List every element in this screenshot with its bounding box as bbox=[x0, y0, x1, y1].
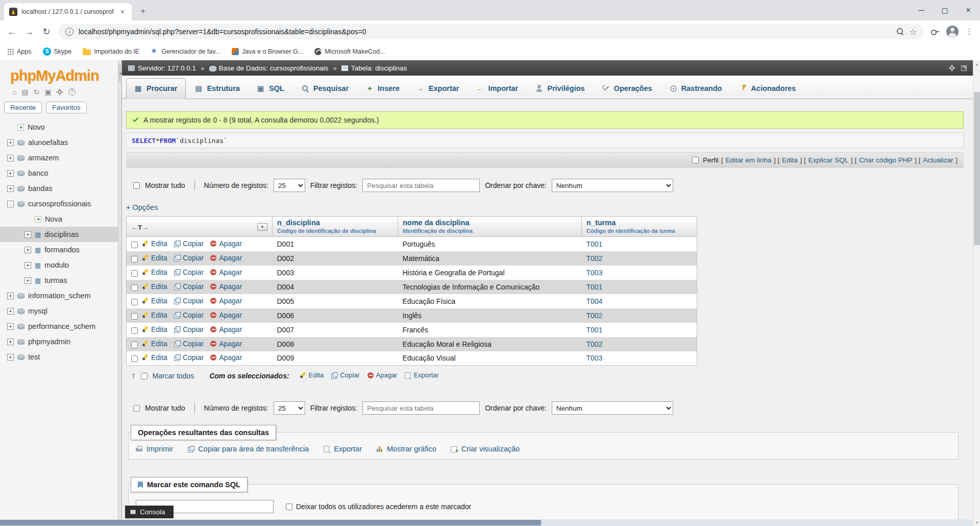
breadcrumb-table[interactable]: Tabela: disciplinas bbox=[341, 64, 407, 72]
row-edit-link[interactable]: Edita bbox=[142, 311, 167, 319]
tree-toggle-icon[interactable]: + bbox=[7, 155, 14, 161]
bookmark-public-checkbox[interactable] bbox=[286, 504, 292, 510]
url-input[interactable]: localhost/phpmyadmin/sql.php?server=1&db… bbox=[58, 24, 924, 39]
tree-toggle-icon[interactable]: + bbox=[7, 185, 14, 192]
pma-logo[interactable]: phpMyAdmin bbox=[0, 60, 118, 86]
row-checkbox[interactable] bbox=[131, 299, 138, 305]
row-copy-link[interactable]: Copiar bbox=[174, 325, 204, 333]
row-delete-link[interactable]: Apagar bbox=[210, 340, 242, 348]
row-checkbox[interactable] bbox=[131, 270, 138, 277]
tab-exportar[interactable]: Exportar bbox=[409, 79, 468, 99]
row-copy-link[interactable]: Copiar bbox=[174, 268, 204, 276]
options-toggle[interactable]: + Opções bbox=[126, 203, 158, 211]
row-checkbox[interactable] bbox=[131, 242, 138, 248]
tree-item-banco[interactable]: +banco bbox=[0, 165, 118, 181]
horizontal-scrollbar[interactable] bbox=[0, 519, 973, 526]
check-all-checkbox[interactable] bbox=[141, 373, 148, 379]
row-checkbox[interactable] bbox=[131, 313, 138, 320]
row-copy-link[interactable]: Copiar bbox=[174, 297, 204, 305]
row-delete-link[interactable]: Apagar bbox=[210, 254, 242, 262]
console-bar[interactable]: Consola bbox=[125, 506, 174, 518]
sort-key-select[interactable]: Nenhum bbox=[552, 179, 673, 192]
reload-icon[interactable] bbox=[41, 26, 52, 37]
profiling-link[interactable]: Explicar SQL bbox=[808, 156, 849, 164]
tab-pesquisar[interactable]: Pesquisar bbox=[293, 79, 357, 99]
page-settings-gear-icon[interactable] bbox=[948, 65, 955, 71]
tree-item-phpmyadmin[interactable]: +phpmyadmin bbox=[0, 334, 118, 349]
breadcrumb-server[interactable]: Servidor: 127.0.0.1 bbox=[128, 64, 196, 72]
row-edit-link[interactable]: Edita bbox=[142, 240, 167, 248]
window-close-button[interactable] bbox=[957, 0, 980, 20]
tree-toggle-icon[interactable]: + bbox=[24, 262, 31, 269]
row-delete-link[interactable]: Apagar bbox=[210, 282, 242, 291]
tree-toggle-icon[interactable]: + bbox=[24, 231, 31, 238]
column-header[interactable]: nome da disciplinaIdentificação de disci… bbox=[398, 217, 582, 237]
collapse-panel-icon[interactable] bbox=[118, 64, 122, 82]
favorites-dropdown[interactable]: Favoritos bbox=[46, 102, 87, 113]
row-edit-link[interactable]: Edita bbox=[142, 268, 167, 276]
tab-estrutura[interactable]: Estrutura bbox=[187, 79, 248, 99]
row-edit-link[interactable]: Edita bbox=[142, 254, 167, 262]
row-checkbox[interactable] bbox=[131, 355, 138, 362]
tab-insere[interactable]: Insere bbox=[358, 79, 408, 99]
tree-item-information_schem[interactable]: +information_schem bbox=[0, 288, 118, 303]
row-copy-link[interactable]: Copiar bbox=[174, 240, 204, 248]
turma-link[interactable]: T002 bbox=[586, 340, 603, 348]
browser-tab[interactable]: localhost / 127.0.0.1 / cursosprof bbox=[4, 3, 132, 20]
sql-window-icon[interactable] bbox=[44, 88, 51, 95]
vertical-scrollbar-thumb[interactable] bbox=[974, 92, 980, 245]
tree-toggle-icon[interactable]: + bbox=[7, 354, 14, 361]
row-delete-link[interactable]: Apagar bbox=[210, 297, 242, 305]
per-page-select[interactable]: 25 bbox=[274, 401, 305, 415]
column-header[interactable]: n_disciplinaCódigo de identificação de d… bbox=[273, 217, 398, 237]
qop-print-link[interactable]: Imprimir bbox=[136, 445, 173, 453]
tab-acionadores[interactable]: Acionadores bbox=[731, 79, 804, 99]
qop-copy-link[interactable]: Copiar para área de transferência bbox=[187, 445, 309, 453]
bulk-copy-link[interactable]: Copiar bbox=[331, 371, 359, 379]
turma-link[interactable]: T002 bbox=[586, 254, 603, 262]
turma-link[interactable]: T002 bbox=[586, 312, 603, 320]
recent-tables-dropdown[interactable]: Recente bbox=[4, 102, 42, 113]
window-maximize-button[interactable] bbox=[933, 0, 957, 20]
sort-key-select[interactable]: Nenhum bbox=[552, 401, 673, 415]
bookmark-star-icon[interactable] bbox=[910, 27, 917, 37]
bookmark-item[interactable]: Microsoft MakeCod... bbox=[314, 48, 385, 55]
tree-item-modulo[interactable]: +▦modulo bbox=[0, 257, 118, 273]
bulk-export-link[interactable]: Exportar bbox=[404, 371, 438, 379]
turma-link[interactable]: T001 bbox=[586, 283, 603, 291]
scroll-down-icon[interactable] bbox=[973, 519, 980, 526]
row-delete-link[interactable]: Apagar bbox=[210, 353, 242, 362]
back-icon[interactable] bbox=[6, 27, 17, 37]
tree-item-novo[interactable]: +Novo bbox=[0, 119, 118, 135]
row-copy-link[interactable]: Copiar bbox=[174, 282, 204, 291]
tab-importar[interactable]: Importar bbox=[468, 79, 526, 99]
tree-item-nova[interactable]: +Nova bbox=[0, 211, 118, 227]
row-copy-link[interactable]: Copiar bbox=[174, 353, 204, 362]
tab-sql[interactable]: SQL bbox=[249, 79, 292, 99]
row-edit-link[interactable]: Edita bbox=[142, 353, 167, 362]
tab-operações[interactable]: Operações bbox=[594, 79, 660, 99]
tree-toggle-icon[interactable]: + bbox=[7, 170, 14, 177]
filter-input[interactable] bbox=[362, 179, 480, 192]
help-icon[interactable] bbox=[68, 88, 76, 95]
horizontal-scrollbar-thumb[interactable] bbox=[0, 520, 541, 525]
zoom-icon[interactable] bbox=[896, 28, 904, 36]
tree-toggle-icon[interactable]: + bbox=[24, 247, 31, 253]
tree-item-cursosprofissionais[interactable]: -cursosprofissionais bbox=[0, 196, 118, 211]
tree-toggle-icon[interactable]: + bbox=[7, 323, 14, 330]
breadcrumb-database-label[interactable]: Base de Dados: cursosprofissionais bbox=[219, 64, 329, 72]
tree-toggle-icon[interactable]: + bbox=[7, 293, 14, 299]
row-copy-link[interactable]: Copiar bbox=[174, 311, 204, 319]
filter-input[interactable] bbox=[362, 401, 480, 415]
breadcrumb-database[interactable]: Base de Dados: cursosprofissionais bbox=[209, 64, 329, 72]
browser-menu-icon[interactable] bbox=[965, 27, 974, 36]
row-checkbox[interactable] bbox=[131, 284, 138, 291]
turma-link[interactable]: T003 bbox=[586, 354, 603, 362]
turma-link[interactable]: T003 bbox=[586, 269, 603, 277]
turma-link[interactable]: T001 bbox=[586, 240, 603, 248]
password-key-icon[interactable] bbox=[930, 27, 940, 36]
breadcrumb-server-label[interactable]: Servidor: 127.0.0.1 bbox=[138, 64, 196, 72]
tab-close-icon[interactable] bbox=[118, 8, 127, 16]
row-delete-link[interactable]: Apagar bbox=[210, 325, 242, 333]
bookmark-item[interactable]: Skype bbox=[43, 47, 72, 56]
